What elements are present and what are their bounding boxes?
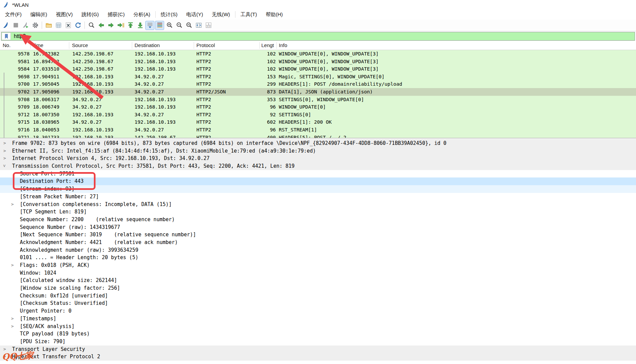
go-forward-button[interactable] (106, 21, 115, 30)
collapse-expander-icon[interactable]: > (1, 164, 8, 168)
detail-row[interactable]: 0101 .... = Header Length: 20 bytes (5) (0, 254, 636, 261)
column-header-no[interactable]: No. (3, 42, 10, 48)
column-separator[interactable] (194, 42, 194, 49)
menu-item-8[interactable]: 电话(Y) (182, 10, 208, 19)
packet-row[interactable]: 957816.792382142.250.198.67192.168.10.19… (0, 50, 636, 58)
expand-expander-icon[interactable]: > (10, 201, 14, 208)
detail-row[interactable]: Sequence Number (raw): 1434319677 (0, 224, 636, 231)
detail-row[interactable]: Checksum: 0xf12d [unverified] (0, 292, 636, 300)
packet-row[interactable]: 971518.03896534.92.0.27192.168.10.193HTT… (0, 118, 636, 126)
expand-expander-icon[interactable]: > (10, 323, 14, 330)
detail-row[interactable]: Acknowledgment number (raw): 3993634259 (0, 246, 636, 254)
packet-row[interactable]: 970818.00631734.92.0.27192.168.10.193HTT… (0, 96, 636, 104)
detail-row[interactable]: [Checksum Status: Unverified] (0, 299, 636, 307)
detail-row[interactable]: Sequence Number: 2200 (relative sequence… (0, 216, 636, 224)
detail-row[interactable]: Destination Port: 443 (0, 177, 636, 185)
capture-options-button[interactable] (31, 21, 40, 30)
menu-item-2[interactable]: 编辑(E) (26, 10, 51, 19)
reload-file-button[interactable] (73, 21, 82, 30)
packet-row[interactable]: 970017.905045192.168.10.19334.92.0.27HTT… (0, 80, 636, 88)
packet-row[interactable]: 970217.905096192.168.10.19334.92.0.27HTT… (0, 88, 636, 96)
resize-columns-button[interactable] (194, 21, 203, 30)
display-filter-input[interactable]: http2 (1, 32, 635, 41)
detail-row[interactable]: Window: 1024 (0, 269, 636, 277)
menu-item-9[interactable]: 无线(W) (208, 10, 234, 19)
detail-row[interactable]: >[Conversation completeness: Incomplete,… (0, 201, 636, 208)
open-file-button[interactable] (44, 21, 53, 30)
detail-row[interactable]: >Flags: 0x018 (PSH, ACK) (0, 261, 636, 269)
detail-row[interactable]: [Stream Packet Number: 27] (0, 193, 636, 201)
packet-row[interactable]: 971218.007350192.168.10.19334.92.0.27HTT… (0, 111, 636, 119)
expand-expander-icon[interactable]: > (10, 315, 14, 323)
numbered-columns-button[interactable]: 123 (204, 21, 213, 30)
start-capture-button[interactable] (1, 21, 10, 30)
zoom-reset-button[interactable] (184, 21, 193, 30)
detail-row[interactable]: [PDU Size: 790] (0, 338, 636, 346)
zoom-out-button[interactable] (175, 21, 184, 30)
column-separator[interactable] (276, 42, 277, 49)
detail-row[interactable]: >[SEQ/ACK analysis] (0, 323, 636, 330)
menu-item-5[interactable]: 捕获(C) (103, 10, 129, 19)
column-header-source[interactable]: Source (72, 42, 88, 48)
go-to-top-button[interactable] (126, 21, 135, 30)
detail-row[interactable]: >Frame 9702: 873 bytes on wire (6984 bit… (0, 139, 636, 147)
packet-row[interactable]: 958417.033510142.250.198.67192.168.10.19… (0, 65, 636, 73)
detail-row[interactable]: [Stream index: 93] (0, 185, 636, 193)
detail-row[interactable]: Acknowledgment Number: 4421 (relative ac… (0, 239, 636, 246)
zoom-in-button[interactable] (165, 21, 174, 30)
packet-row[interactable]: 972118.301733192.168.10.193142.250.198.6… (0, 134, 636, 138)
menu-item-4[interactable]: 跳转(G) (77, 10, 103, 19)
column-separator[interactable] (259, 42, 260, 49)
filter-bookmark-button[interactable] (2, 33, 11, 40)
colorize-button[interactable] (155, 21, 164, 30)
menu-item-1[interactable]: 文件(F) (1, 10, 26, 19)
expand-expander-icon[interactable]: > (3, 147, 7, 155)
go-back-button[interactable] (97, 21, 106, 30)
column-header-lengt[interactable]: Lengt (261, 42, 274, 48)
menu-item-11[interactable]: 帮助(H) (261, 10, 287, 19)
detail-row[interactable]: >Internet Protocol Version 4, Src: 192.1… (0, 155, 636, 162)
column-header-time[interactable]: Time (32, 42, 43, 48)
detail-row[interactable]: Source Port: 37581 (0, 170, 636, 178)
menu-item-10[interactable]: 工具(T) (236, 10, 261, 19)
detail-row[interactable]: >Transport Layer Security (0, 346, 636, 353)
detail-row[interactable]: [Window size scaling factor: 256] (0, 284, 636, 292)
detail-row[interactable]: [TCP Segment Len: 819] (0, 208, 636, 216)
detail-row[interactable]: [Calculated window size: 262144] (0, 277, 636, 284)
detail-row[interactable]: >Ethernet II, Src: Intel_f4:15:af (84:14… (0, 147, 636, 155)
packet-row[interactable]: 971618.040053192.168.10.19334.92.0.27HTT… (0, 126, 636, 134)
packet-row[interactable]: 970918.00674934.92.0.27192.168.10.193HTT… (0, 103, 636, 111)
menu-item-3[interactable]: 视图(V) (51, 10, 77, 19)
detail-row[interactable]: >HyperText Transfer Protocol 2 (0, 353, 636, 361)
auto-scroll-button[interactable] (145, 21, 154, 30)
column-header-info[interactable]: Info (279, 42, 287, 48)
packet-row[interactable]: 958116.894752142.250.198.67192.168.10.19… (0, 58, 636, 66)
find-packet-button[interactable] (87, 21, 96, 30)
zoom-reset-icon (185, 22, 193, 29)
pane-separator[interactable] (0, 138, 636, 139)
packet-source: 192.168.10.193 (72, 111, 113, 119)
detail-row[interactable]: >Transmission Control Protocol, Src Port… (0, 162, 636, 170)
detail-row[interactable]: TCP payload (819 bytes) (0, 330, 636, 338)
packet-row[interactable]: 969817.904911192.168.10.19334.92.0.27HTT… (0, 73, 636, 81)
menu-item-7[interactable]: 统计(S) (156, 10, 182, 19)
detail-row[interactable]: Urgent Pointer: 0 (0, 307, 636, 315)
column-separator[interactable] (30, 42, 31, 49)
stop-capture-button[interactable] (11, 21, 20, 30)
column-header-protocol[interactable]: Protocol (196, 42, 215, 48)
go-to-packet-button[interactable] (116, 21, 125, 30)
close-file-button[interactable] (64, 21, 73, 30)
zoom-in-icon (166, 22, 173, 29)
column-header-destination[interactable]: Destination (135, 42, 160, 48)
detail-row[interactable]: >[Timestamps] (0, 315, 636, 323)
menu-item-6[interactable]: 分析(A) (129, 10, 155, 19)
expand-expander-icon[interactable]: > (3, 139, 7, 147)
go-to-bottom-button[interactable] (136, 21, 145, 30)
detail-row[interactable]: [Next Sequence Number: 3019 (relative se… (0, 231, 636, 239)
restart-capture-button[interactable] (21, 21, 30, 30)
expand-expander-icon[interactable]: > (10, 261, 14, 269)
column-separator[interactable] (69, 42, 69, 49)
column-separator[interactable] (132, 42, 132, 49)
expand-expander-icon[interactable]: > (3, 155, 7, 162)
save-file-button[interactable] (54, 21, 63, 30)
